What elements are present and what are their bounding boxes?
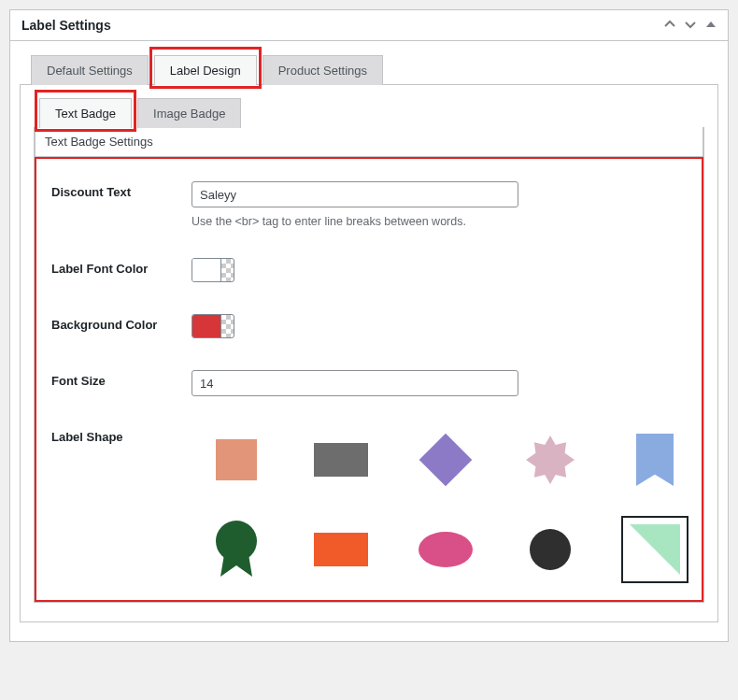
text-badge-frame: Text Badge Settings Discount Text Use th… — [34, 127, 704, 603]
row-label-shape: Label Shape — [51, 421, 687, 578]
background-color-label: Background Color — [51, 314, 192, 332]
collapse-up-icon[interactable] — [664, 19, 675, 33]
tab-label-design-label: Label Design — [170, 64, 241, 78]
sub-tab-row: Text Badge Image Badge — [39, 98, 704, 128]
font-size-label: Font Size — [51, 370, 192, 388]
discount-text-input[interactable] — [192, 181, 518, 207]
label-discount-text: Discount Text — [51, 181, 192, 199]
font-color-picker[interactable] — [192, 258, 234, 282]
row-font-size: Font Size — [51, 364, 687, 396]
panel-title: Label Settings — [21, 18, 111, 33]
row-background-color: Background Color — [51, 308, 687, 340]
subtab-image-badge[interactable]: Image Badge — [137, 98, 241, 128]
shape-triangle[interactable] — [627, 521, 683, 578]
subtab-text-badge[interactable]: Text Badge — [39, 98, 132, 128]
shape-circle[interactable] — [522, 521, 578, 578]
label-font-color-label: Label Font Color — [51, 258, 192, 276]
tab-default-settings[interactable]: Default Settings — [31, 55, 149, 85]
tab-product-settings[interactable]: Product Settings — [263, 55, 383, 85]
row-discount-text: Discount Text Use the <br> tag to enter … — [51, 176, 687, 228]
label-settings-panel: Label Settings Default Settings Label De… — [9, 9, 729, 642]
alpha-icon — [220, 259, 234, 281]
background-color-swatch — [192, 315, 220, 337]
row-label-font-color: Label Font Color — [51, 252, 687, 284]
panel-header: Label Settings — [10, 10, 728, 41]
font-color-swatch — [192, 259, 220, 281]
shape-square[interactable] — [208, 432, 264, 488]
subtab-text-badge-label: Text Badge — [55, 107, 116, 121]
alpha-icon — [220, 315, 234, 337]
shape-diamond[interactable] — [418, 432, 474, 488]
settings-area: Discount Text Use the <br> tag to enter … — [35, 157, 703, 602]
tab-label-design[interactable]: Label Design — [154, 55, 257, 85]
shape-starburst[interactable] — [522, 432, 578, 488]
shape-ellipse[interactable] — [418, 521, 474, 578]
shape-grid — [192, 426, 687, 578]
label-shape-label: Label Shape — [51, 426, 192, 444]
font-size-input[interactable] — [192, 370, 518, 396]
shape-bookmark[interactable] — [627, 432, 683, 488]
background-color-picker[interactable] — [192, 314, 234, 338]
section-title: Text Badge Settings — [35, 127, 703, 157]
top-tab-row: Default Settings Label Design Product Se… — [31, 55, 718, 85]
panel-controls — [664, 19, 717, 33]
shape-rectangle-2[interactable] — [313, 521, 369, 578]
discount-text-helper: Use the <br> tag to enter line breaks be… — [192, 215, 687, 228]
panel-body: Default Settings Label Design Product Se… — [10, 41, 728, 641]
label-design-frame: Text Badge Image Badge Text Badge Settin… — [20, 84, 718, 622]
toggle-icon[interactable] — [705, 19, 717, 33]
expand-down-icon[interactable] — [685, 19, 696, 33]
shape-award-seal[interactable] — [208, 521, 264, 578]
shape-rectangle[interactable] — [313, 432, 369, 488]
